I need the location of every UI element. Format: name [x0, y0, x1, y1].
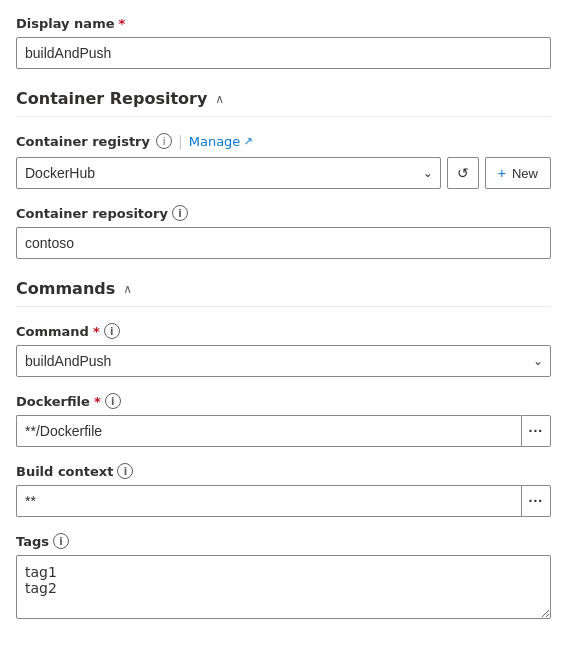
container-registry-row: Container registry i | Manage ↗	[16, 133, 551, 149]
build-context-input-row: ···	[16, 485, 551, 517]
dockerfile-ellipsis-icon: ···	[529, 423, 544, 439]
refresh-icon: ↺	[457, 165, 469, 181]
tags-textarea[interactable]: tag1 tag2	[16, 555, 551, 619]
dockerfile-info-icon[interactable]: i	[105, 393, 121, 409]
dockerfile-browse-button[interactable]: ···	[521, 415, 551, 447]
build-context-label-row: Build context i	[16, 463, 551, 479]
dockerfile-input[interactable]	[16, 415, 521, 447]
dockerfile-required-marker: *	[94, 394, 101, 409]
commands-chevron-icon[interactable]: ∧	[123, 282, 132, 296]
command-label-row: Command * i	[16, 323, 551, 339]
build-context-label: Build context	[16, 464, 113, 479]
registry-dropdown-wrapper: DockerHub Azure Container Registry Other…	[16, 157, 441, 189]
container-repository-label-row: Container repository i	[16, 205, 551, 221]
command-group: Command * i buildAndPush build push logi…	[16, 323, 551, 377]
tags-info-icon[interactable]: i	[53, 533, 69, 549]
dockerfile-input-row: ···	[16, 415, 551, 447]
pipe-divider: |	[178, 133, 183, 149]
build-context-browse-button[interactable]: ···	[521, 485, 551, 517]
container-repository-info-icon[interactable]: i	[172, 205, 188, 221]
container-registry-info-icon[interactable]: i	[156, 133, 172, 149]
new-button-label: New	[512, 166, 538, 181]
commands-section-header: Commands ∧	[16, 279, 551, 307]
dockerfile-label-row: Dockerfile * i	[16, 393, 551, 409]
dockerfile-group: Dockerfile * i ···	[16, 393, 551, 447]
tags-group: Tags i tag1 tag2	[16, 533, 551, 622]
display-name-group: Display name *	[16, 16, 551, 69]
registry-dropdown-row: DockerHub Azure Container Registry Other…	[16, 157, 551, 189]
container-repository-input[interactable]	[16, 227, 551, 259]
display-name-text: Display name	[16, 16, 115, 31]
plus-icon: +	[498, 165, 506, 181]
command-required-marker: *	[93, 324, 100, 339]
display-name-input[interactable]	[16, 37, 551, 69]
tags-label-row: Tags i	[16, 533, 551, 549]
command-label: Command	[16, 324, 89, 339]
container-repository-label: Container repository	[16, 206, 168, 221]
manage-link[interactable]: Manage ↗	[189, 134, 253, 149]
registry-dropdown[interactable]: DockerHub Azure Container Registry Other	[16, 157, 441, 189]
container-repository-group: Container repository i	[16, 205, 551, 259]
dockerfile-label: Dockerfile	[16, 394, 90, 409]
command-info-icon[interactable]: i	[104, 323, 120, 339]
container-repository-section-header: Container Repository ∧	[16, 89, 551, 117]
build-context-group: Build context i ···	[16, 463, 551, 517]
build-context-ellipsis-icon: ···	[529, 493, 544, 509]
new-registry-button[interactable]: + New	[485, 157, 551, 189]
display-name-label: Display name *	[16, 16, 551, 31]
registry-refresh-button[interactable]: ↺	[447, 157, 479, 189]
command-dropdown[interactable]: buildAndPush build push login logout	[16, 345, 551, 377]
command-dropdown-wrapper: buildAndPush build push login logout ⌄	[16, 345, 551, 377]
container-repository-chevron-icon[interactable]: ∧	[215, 92, 224, 106]
tags-label: Tags	[16, 534, 49, 549]
external-link-icon: ↗	[243, 135, 252, 148]
commands-title: Commands	[16, 279, 115, 298]
container-repository-title: Container Repository	[16, 89, 207, 108]
build-context-info-icon[interactable]: i	[117, 463, 133, 479]
required-marker: *	[119, 16, 126, 31]
manage-label: Manage	[189, 134, 241, 149]
build-context-input[interactable]	[16, 485, 521, 517]
container-registry-label: Container registry	[16, 134, 150, 149]
